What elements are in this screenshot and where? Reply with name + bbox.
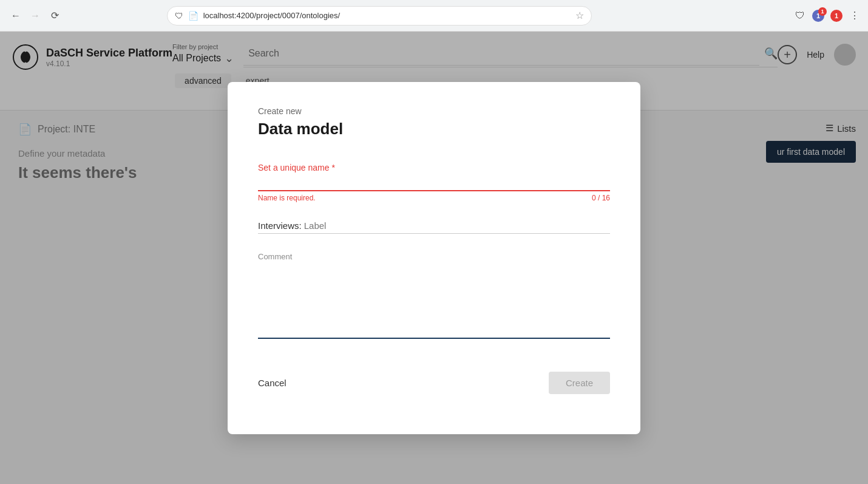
url-text: localhost:4200/project/0007/ontologies/ xyxy=(203,11,341,20)
comment-label: Comment xyxy=(258,252,610,261)
shield-icon: 🛡 xyxy=(175,11,183,21)
comment-textarea[interactable] xyxy=(258,266,610,339)
name-error: Name is required. xyxy=(258,194,316,202)
address-bar[interactable]: 🛡 📄 localhost:4200/project/0007/ontologi… xyxy=(167,6,592,26)
browser-icons: 🛡 1 1 1 ⋮ xyxy=(794,10,861,22)
star-icon[interactable]: ☆ xyxy=(575,10,584,21)
menu-icon[interactable]: ⋮ xyxy=(849,10,861,22)
shield-browser-icon[interactable]: 🛡 xyxy=(794,10,806,22)
ext1-badge: 1 xyxy=(818,7,827,16)
label-prefix: Interviews: xyxy=(258,220,302,231)
modal-overlay: Create new Data model Set a unique name … xyxy=(0,32,868,484)
name-counter: 0 / 16 xyxy=(592,194,610,202)
modal-subtitle: Create new xyxy=(258,106,610,116)
reload-button[interactable]: ⟳ xyxy=(46,7,63,24)
label-field: Interviews: xyxy=(258,220,610,234)
ext2-icon[interactable]: 1 xyxy=(830,10,843,22)
back-button[interactable]: ← xyxy=(7,7,24,24)
browser-chrome: ← → ⟳ 🛡 📄 localhost:4200/project/0007/on… xyxy=(0,0,868,32)
modal-footer: Cancel Create xyxy=(258,360,610,394)
doc-icon: 📄 xyxy=(188,11,198,21)
name-field-meta: Name is required. 0 / 16 xyxy=(258,194,610,202)
cancel-button[interactable]: Cancel xyxy=(258,378,287,388)
name-label: Set a unique name * xyxy=(258,163,610,172)
label-input[interactable] xyxy=(304,220,610,231)
modal-title: Data model xyxy=(258,120,610,138)
modal: Create new Data model Set a unique name … xyxy=(228,82,640,434)
forward-button[interactable]: → xyxy=(27,7,44,24)
name-input[interactable] xyxy=(258,175,610,191)
nav-buttons: ← → ⟳ xyxy=(7,7,63,24)
create-button[interactable]: Create xyxy=(549,372,610,394)
comment-section: Comment xyxy=(258,252,610,341)
name-field: Set a unique name * Name is required. 0 … xyxy=(258,163,610,202)
label-row: Interviews: xyxy=(258,220,610,234)
ext1-icon[interactable]: 1 1 xyxy=(812,10,824,22)
